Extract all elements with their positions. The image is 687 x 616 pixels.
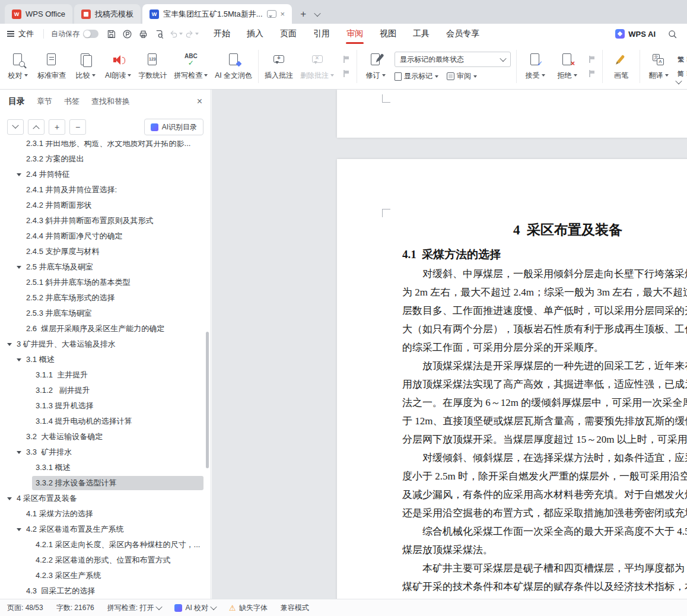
insert-comment-button[interactable]: 插入批注 bbox=[262, 46, 296, 87]
ribbon-tab-page[interactable]: 页面 bbox=[272, 24, 305, 44]
ribbon-tab-references[interactable]: 引用 bbox=[305, 24, 338, 44]
toc-item[interactable]: 4.3 回采工艺的选择 bbox=[0, 583, 211, 599]
markup-state-select[interactable]: 显示标记的最终状态 bbox=[395, 52, 511, 67]
close-tab-icon[interactable] bbox=[281, 10, 285, 18]
ribbon-tab-insert[interactable]: 插入 bbox=[238, 24, 272, 44]
toc-item[interactable]: 2.5 井底车场及硐室 bbox=[0, 259, 211, 275]
tab-template-doc[interactable]: 找稿壳模板 bbox=[74, 4, 141, 24]
toc-item[interactable]: 3.1.4 提升电动机的选择计算 bbox=[0, 414, 211, 429]
undo-button[interactable] bbox=[167, 26, 183, 42]
toc-item[interactable]: 2.3.1 井田地形、构造、水文地质对其开拓的影... bbox=[0, 141, 211, 151]
missing-font-warning[interactable]: 缺失字体 bbox=[229, 603, 268, 613]
toc-item[interactable]: 3.1 概述 bbox=[0, 352, 211, 367]
current-page[interactable]: 4 采区布置及装备 4.1 采煤方法的选择 对缓斜、中厚煤层，一般采用倾斜分层走… bbox=[337, 159, 687, 599]
toc-item[interactable]: 2.6 煤层开采顺序及采区生产能力的确定 bbox=[0, 321, 211, 336]
toc-item[interactable]: 3.1.2 副井提升 bbox=[0, 383, 211, 398]
delete-comment-button[interactable]: 删除批注 bbox=[297, 46, 337, 87]
ai-read-aloud-button[interactable]: AI朗读 bbox=[102, 46, 134, 87]
pane-tab-toc[interactable]: 目录 bbox=[8, 96, 25, 107]
toc-item[interactable]: 2.5.2 井底车场形式的选择 bbox=[0, 290, 211, 306]
toc-item[interactable]: 2.4.4 井筒断面净尺寸的确定 bbox=[0, 228, 211, 244]
toc-item[interactable]: 4 采区布置及装备 bbox=[0, 491, 211, 506]
spellcheck-button[interactable]: 拼写检查 bbox=[171, 46, 211, 87]
wps-ai-button[interactable]: WPS AI bbox=[615, 29, 656, 39]
tab-wps-home[interactable]: WPS Office bbox=[5, 4, 72, 24]
accept-change-button[interactable]: 接受 bbox=[520, 46, 551, 87]
ribbon-tab-review[interactable]: 审阅 bbox=[338, 24, 371, 44]
tab-list-chevron-icon[interactable] bbox=[314, 10, 320, 17]
reviewing-pane-button[interactable]: 审阅 bbox=[447, 71, 477, 81]
file-menu[interactable]: 文件 bbox=[0, 24, 41, 44]
expand-arrow-icon[interactable] bbox=[7, 497, 17, 500]
print-button[interactable] bbox=[135, 26, 151, 42]
zoom-in-outline-button[interactable] bbox=[49, 119, 65, 135]
expand-arrow-icon[interactable] bbox=[17, 266, 26, 269]
redo-dropdown-icon[interactable] bbox=[195, 33, 199, 35]
ai-recognize-toc-button[interactable]: AI识别目录 bbox=[144, 119, 203, 135]
toc-item[interactable]: 2.4.3 斜井井筒断面布置原则及其形式 bbox=[0, 213, 211, 228]
ribbon-tab-tools[interactable]: 工具 bbox=[405, 24, 438, 44]
reject-change-button[interactable]: 拒绝 bbox=[552, 46, 583, 87]
toc-item[interactable]: 2.5.1 斜井井底车场的基本类型 bbox=[0, 275, 211, 290]
next-change-button[interactable] bbox=[586, 69, 597, 78]
toc-item[interactable]: 3.3.1 概述 bbox=[0, 460, 211, 475]
undo-dropdown-icon[interactable] bbox=[179, 33, 183, 35]
ribbon-tab-start[interactable]: 开始 bbox=[205, 24, 238, 44]
toc-item[interactable]: 2.5.3 井底车场硐室 bbox=[0, 306, 211, 321]
ai-polish-button[interactable]: AI 全文润色 bbox=[212, 46, 255, 87]
pane-tab-chapters[interactable]: 章节 bbox=[37, 96, 52, 107]
spellcheck-status[interactable]: 拼写检查: 打开 bbox=[107, 603, 162, 613]
expand-all-button[interactable] bbox=[7, 119, 24, 135]
previous-page[interactable] bbox=[337, 90, 687, 138]
toc-item[interactable]: 4.2.3 采区生产系统 bbox=[0, 568, 211, 583]
expand-arrow-icon[interactable] bbox=[17, 173, 26, 176]
toc-item[interactable]: 3.1.3 提升机选择 bbox=[0, 398, 211, 414]
compare-button[interactable]: 比较 bbox=[70, 46, 101, 87]
search-button[interactable] bbox=[667, 29, 678, 39]
toc-item[interactable]: 3 矿井提升、大巷运输及排水 bbox=[0, 336, 211, 352]
collapse-all-button[interactable] bbox=[28, 119, 44, 135]
tab-document[interactable]: 宝丰集团红五矿1.5Mta新井... bbox=[142, 4, 292, 24]
toc-item[interactable]: 2.4.5 支护厚度与材料 bbox=[0, 244, 211, 259]
translate-button[interactable]: 翻译 bbox=[643, 46, 674, 87]
save-button[interactable] bbox=[103, 26, 119, 42]
toc-item[interactable]: 2.4.1 井筒及井筒位置选择: bbox=[0, 182, 211, 198]
toc-item[interactable]: 2.4 井筒特征 bbox=[0, 167, 211, 182]
expand-arrow-icon[interactable] bbox=[17, 358, 26, 361]
ribbon-tab-member[interactable]: 会员专享 bbox=[438, 24, 488, 44]
ribbon-tab-view[interactable]: 视图 bbox=[371, 24, 405, 44]
close-pane-icon[interactable] bbox=[197, 96, 202, 107]
previous-comment-button[interactable] bbox=[340, 55, 352, 64]
sidebar-scrollbar[interactable] bbox=[206, 332, 209, 468]
autosave-toggle[interactable] bbox=[83, 30, 98, 38]
zoom-out-outline-button[interactable] bbox=[69, 119, 86, 135]
to-simplified-button[interactable]: 转简 bbox=[678, 69, 687, 79]
toc-item[interactable]: 4.1 采煤方法的选择 bbox=[0, 506, 211, 522]
to-traditional-button[interactable]: 转繁 bbox=[678, 55, 687, 65]
word-count-indicator[interactable]: 字数: 21676 bbox=[56, 603, 94, 613]
expand-arrow-icon[interactable] bbox=[17, 528, 26, 531]
autosave-control[interactable]: 自动保存 bbox=[46, 29, 103, 39]
show-markup-button[interactable]: 显示标记 bbox=[395, 71, 438, 81]
toc-item[interactable]: 3.3 矿井排水 bbox=[0, 444, 211, 460]
print-preview-button[interactable] bbox=[151, 26, 167, 42]
standard-review-button[interactable]: 标准审查 bbox=[34, 46, 69, 87]
toc-item[interactable]: 3.2 大巷运输设备确定 bbox=[0, 429, 211, 444]
toc-item[interactable]: 2.3.2 方案的提出 bbox=[0, 151, 211, 167]
word-count-button[interactable]: 字数统计 bbox=[135, 46, 170, 87]
ai-proofread-status[interactable]: AI 校对 bbox=[174, 603, 216, 613]
previous-change-button[interactable] bbox=[586, 55, 597, 64]
toc-item[interactable]: 4.2.2 采区巷道的形式、位置和布置方式 bbox=[0, 553, 211, 568]
track-changes-button[interactable]: 修订 bbox=[360, 46, 391, 87]
toc-item[interactable]: 2.4.2 井筒断面形状 bbox=[0, 198, 211, 213]
export-pdf-button[interactable] bbox=[119, 26, 135, 42]
page-indicator[interactable]: 页面: 48/53 bbox=[7, 603, 43, 613]
toc-item[interactable]: 4.2.1 采区走向长度、采区内各种煤柱的尺寸，... bbox=[0, 537, 211, 553]
pane-tab-bookmarks[interactable]: 书签 bbox=[64, 96, 79, 107]
expand-arrow-icon[interactable] bbox=[17, 451, 26, 454]
new-tab-button[interactable] bbox=[296, 7, 310, 21]
pane-tab-find-replace[interactable]: 查找和替换 bbox=[91, 96, 130, 107]
proofread-button[interactable]: 校对 bbox=[2, 46, 33, 87]
ink-brush-button[interactable]: 画笔 bbox=[606, 46, 637, 87]
toc-item[interactable]: 3.3.2 排水设备选型计算 bbox=[0, 475, 211, 491]
